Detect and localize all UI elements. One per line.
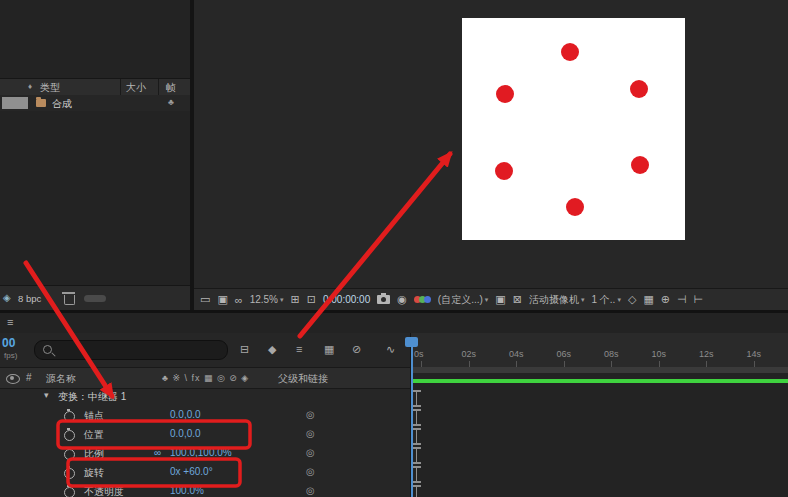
stopwatch-icon[interactable] bbox=[64, 430, 75, 441]
project-columns-header: ♦ 类型 大小 帧 bbox=[0, 78, 190, 96]
monitor-icon[interactable]: ▭ bbox=[200, 293, 210, 306]
chevron-down-icon: ▾ bbox=[280, 296, 284, 304]
project-panel: ♦ 类型 大小 帧 合成 ♣ ◈ 8 bpc bbox=[0, 0, 190, 310]
ruler-label: 08s bbox=[604, 349, 619, 359]
playhead-handle[interactable] bbox=[405, 337, 418, 347]
column-type[interactable]: 类型 bbox=[40, 81, 60, 95]
red-dot bbox=[566, 198, 584, 216]
stopwatch-icon[interactable] bbox=[64, 411, 75, 422]
ruler-label: 06s bbox=[557, 349, 572, 359]
red-dot bbox=[630, 80, 648, 98]
folder-icon bbox=[36, 99, 46, 107]
property-row[interactable]: 比例∞100.0,100.0%◎ bbox=[0, 444, 410, 463]
ruler-label: 12s bbox=[699, 349, 714, 359]
interpret-footage-icon[interactable]: ◈ bbox=[3, 292, 11, 303]
timeline-panel: ≡ 00 fps) ⊟ ◆ ≡ ▦ ⊘ ∿ 0s02s04s06s08s10s1… bbox=[0, 313, 788, 497]
column-divider bbox=[158, 79, 159, 95]
property-row[interactable]: 锚点0.0,0.0◎ bbox=[0, 406, 410, 425]
scroll-pill[interactable] bbox=[84, 295, 106, 302]
camera-select[interactable]: 活动摄像机 ▾ bbox=[529, 293, 585, 307]
property-value[interactable]: 0.0,0.0 bbox=[170, 409, 201, 420]
item-name[interactable]: 合成 bbox=[52, 97, 72, 111]
grid-options-icon[interactable]: ⊞ bbox=[291, 293, 300, 306]
ruler-label: 04s bbox=[509, 349, 524, 359]
flowchart-jump-icon[interactable]: ⊕ bbox=[661, 293, 670, 306]
group-label[interactable]: 变换：中继器 1 bbox=[58, 390, 126, 404]
property-row[interactable]: 旋转0x +60.0°◎ bbox=[0, 463, 410, 482]
property-row[interactable]: 位置0.0,0.0◎ bbox=[0, 425, 410, 444]
column-frame[interactable]: 帧 bbox=[166, 81, 176, 95]
property-rows: ▾ 变换：中继器 1 锚点0.0,0.0◎位置0.0,0.0◎比例∞100.0,… bbox=[0, 313, 410, 497]
ruler-label: 02s bbox=[462, 349, 477, 359]
ruler-label: 10s bbox=[652, 349, 667, 359]
pick-whip-icon[interactable]: ◎ bbox=[306, 428, 315, 439]
composition-view[interactable] bbox=[462, 18, 685, 240]
zoom-value: 12.5% bbox=[250, 294, 278, 305]
property-track-marker bbox=[412, 390, 421, 407]
viewer-toolbar: ▭ ▣ ∞ 12.5% ▾ ⊞ ⊡ 0:00:00:00 ◉ (自定义...) … bbox=[194, 288, 788, 310]
property-label[interactable]: 不透明度 bbox=[84, 485, 124, 497]
eyes-icon[interactable]: ∞ bbox=[235, 294, 243, 306]
tag-icon: ♦ bbox=[28, 82, 32, 91]
red-dot bbox=[631, 156, 649, 174]
show-channel-icon[interactable] bbox=[414, 296, 431, 303]
show-snapshot-icon[interactable]: ◉ bbox=[397, 293, 407, 306]
transparency-grid-icon[interactable]: ⊠ bbox=[513, 293, 522, 306]
pick-whip-icon[interactable]: ◎ bbox=[306, 466, 315, 477]
layer-duration-bar[interactable] bbox=[412, 379, 788, 383]
property-value[interactable]: 0.0,0.0 bbox=[170, 428, 201, 439]
snapshot-camera-icon[interactable] bbox=[377, 295, 390, 304]
property-label[interactable]: 旋转 bbox=[84, 466, 104, 480]
pick-whip-icon[interactable]: ◎ bbox=[306, 447, 315, 458]
composition-viewer-panel: ▭ ▣ ∞ 12.5% ▾ ⊞ ⊡ 0:00:00:00 ◉ (自定义...) … bbox=[194, 0, 788, 310]
column-size[interactable]: 大小 bbox=[126, 81, 146, 95]
chevron-down-icon: ▾ bbox=[581, 296, 585, 304]
property-value[interactable]: 0x +60.0° bbox=[170, 466, 213, 477]
time-ruler[interactable]: 0s02s04s06s08s10s12s14s bbox=[410, 333, 788, 367]
constrain-link-icon[interactable]: ∞ bbox=[154, 447, 161, 458]
timeline-jump-icon[interactable]: ▦ bbox=[643, 293, 653, 306]
resolution-select[interactable]: (自定义...) ▾ bbox=[438, 293, 489, 307]
region-of-interest-icon[interactable]: ▣ bbox=[495, 293, 505, 306]
chevron-down-icon: ▾ bbox=[617, 296, 621, 304]
safe-margins-icon[interactable]: ⊡ bbox=[307, 293, 316, 306]
view-layout-select[interactable]: 1 个.. ▾ bbox=[592, 293, 621, 307]
viewer-timecode[interactable]: 0:00:00:00 bbox=[323, 294, 370, 305]
property-value[interactable]: 100.0% bbox=[170, 485, 204, 496]
trash-icon[interactable] bbox=[64, 295, 75, 305]
fast-preview-icon[interactable]: ⊢ bbox=[694, 293, 704, 306]
twirl-down-icon[interactable]: ▾ bbox=[44, 390, 49, 400]
chevron-down-icon: ▾ bbox=[485, 296, 489, 304]
track-area[interactable] bbox=[410, 367, 788, 497]
monitor2-icon[interactable]: ▣ bbox=[217, 293, 227, 306]
exposure-icon[interactable]: ⊣ bbox=[677, 293, 687, 306]
property-track-marker bbox=[412, 466, 421, 483]
project-panel-footer: ◈ 8 bpc bbox=[0, 285, 190, 311]
property-track-marker bbox=[412, 447, 421, 464]
composition-type-icon: ♣ bbox=[168, 97, 174, 107]
after-effects-window: ♦ 类型 大小 帧 合成 ♣ ◈ 8 bpc ▭ ▣ ∞ 12. bbox=[0, 0, 788, 497]
property-label[interactable]: 位置 bbox=[84, 428, 104, 442]
bit-depth-button[interactable]: 8 bpc bbox=[18, 293, 41, 304]
ruler-label: 0s bbox=[414, 349, 424, 359]
zoom-select[interactable]: 12.5% ▾ bbox=[250, 294, 284, 305]
property-row[interactable]: 不透明度100.0%◎ bbox=[0, 482, 410, 497]
stopwatch-icon[interactable] bbox=[64, 487, 75, 497]
property-label[interactable]: 比例 bbox=[84, 447, 104, 461]
camera-value: 活动摄像机 bbox=[529, 293, 579, 307]
item-thumbnail bbox=[2, 97, 28, 109]
property-label[interactable]: 锚点 bbox=[84, 409, 104, 423]
pick-whip-icon[interactable]: ◎ bbox=[306, 409, 315, 420]
transform-group-row[interactable]: ▾ 变换：中继器 1 bbox=[0, 387, 410, 406]
red-dot bbox=[561, 43, 579, 61]
work-area-bar[interactable] bbox=[411, 367, 788, 373]
project-item-composition[interactable]: 合成 ♣ bbox=[0, 95, 190, 111]
stopwatch-icon[interactable] bbox=[64, 468, 75, 479]
pixel-aspect-icon[interactable]: ◇ bbox=[628, 293, 636, 306]
red-dot bbox=[495, 162, 513, 180]
property-value[interactable]: 100.0,100.0% bbox=[170, 447, 232, 458]
stopwatch-icon[interactable] bbox=[64, 449, 75, 460]
pick-whip-icon[interactable]: ◎ bbox=[306, 485, 315, 496]
property-track-marker bbox=[412, 428, 421, 445]
current-time-indicator[interactable] bbox=[411, 343, 413, 497]
